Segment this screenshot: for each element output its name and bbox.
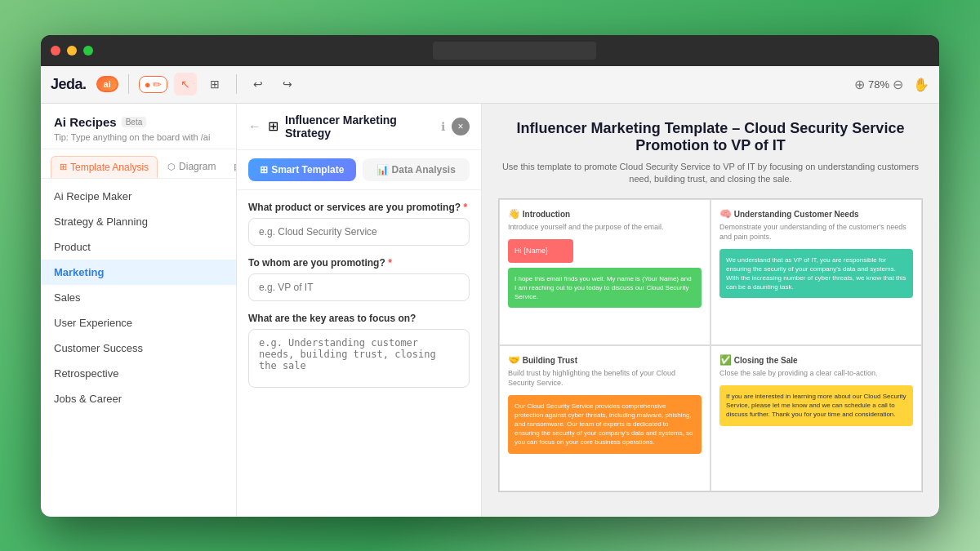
grid-tool-button[interactable]: ⊞	[203, 73, 226, 96]
focus-textarea[interactable]	[248, 329, 470, 388]
product-label: What product or services are you promoti…	[248, 202, 470, 213]
canvas-title: Influencer Marketing Template – Cloud Se…	[498, 120, 923, 154]
back-button[interactable]: ←	[248, 119, 261, 134]
zoom-level[interactable]: 78%	[868, 78, 889, 91]
audience-label: To whom are you promoting? *	[248, 257, 470, 269]
quadrant-understanding-needs: 🧠 Understanding Customer Needs Demonstra…	[710, 199, 922, 345]
building-trust-emoji: 🤝	[508, 354, 520, 366]
quadrant-grid: 👋 Introduction Introduce yourself and th…	[498, 198, 923, 492]
focus-label: What are the key areas to focus on?	[248, 313, 470, 324]
product-form-group: What product or services are you promoti…	[248, 202, 470, 246]
panel-tab-bar: ⊞ Smart Template 📊 Data Analysis	[237, 150, 481, 190]
understanding-needs-sublabel: Demonstrate your understanding of the cu…	[719, 223, 913, 242]
maximize-traffic-light[interactable]	[83, 46, 93, 56]
circle-icon: ●	[145, 78, 151, 91]
zoom-in-icon[interactable]: ⊕	[854, 77, 865, 92]
sidebar-tab-bar: ⊞ Template Analysis ⬡ Diagram ▤ Wirefram…	[41, 149, 236, 179]
introduction-emoji: 👋	[508, 208, 520, 220]
data-analysis-icon: 📊	[376, 164, 389, 176]
sticky-note-trust: Our Cloud Security Service provides comp…	[508, 395, 702, 454]
canvas-content: Influencer Marketing Template – Cloud Se…	[498, 120, 923, 500]
zoom-out-icon[interactable]: ⊖	[893, 77, 903, 92]
draw-tool-group[interactable]: ● ✏	[139, 76, 167, 93]
sidebar-header: Ai Recipes Beta Tip: Type anything on th…	[41, 104, 236, 149]
audience-input[interactable]	[248, 273, 470, 301]
audience-required: *	[388, 257, 392, 269]
tab-diagram-label: Diagram	[179, 161, 216, 172]
redo-button[interactable]: ↪	[276, 73, 299, 96]
select-tool-button[interactable]: ↖	[174, 73, 197, 96]
panel: ← ⊞ Influencer Marketing Strategy ℹ × ⊞ …	[237, 104, 482, 517]
closing-sale-emoji: ✅	[719, 354, 732, 366]
panel-tab-data-analysis-label: Data Analysis	[392, 164, 456, 176]
minimize-traffic-light[interactable]	[67, 46, 77, 56]
panel-tab-smart-template-label: Smart Template	[271, 164, 344, 176]
panel-tab-data-analysis[interactable]: 📊 Data Analysis	[363, 158, 470, 181]
sidebar-item-recipe-maker[interactable]: Ai Recipe Maker	[41, 184, 236, 209]
close-icon: ×	[457, 121, 463, 132]
smart-template-icon: ⊞	[260, 164, 268, 176]
sidebar-item-sales[interactable]: Sales	[41, 285, 236, 310]
pen-icon: ✏	[153, 78, 162, 91]
quadrant-introduction: 👋 Introduction Introduce yourself and th…	[499, 199, 710, 345]
titlebar	[41, 35, 939, 66]
panel-form: What product or services are you promoti…	[237, 190, 481, 399]
sidebar-item-user-experience[interactable]: User Experience	[41, 310, 236, 335]
closing-sale-sublabel: Close the sale by providing a clear call…	[719, 369, 913, 379]
panel-tab-smart-template[interactable]: ⊞ Smart Template	[248, 158, 356, 181]
understanding-needs-emoji: 🧠	[719, 208, 732, 220]
info-icon[interactable]: ℹ	[441, 120, 445, 133]
sidebar-item-strategy-planning[interactable]: Strategy & Planning	[41, 209, 236, 234]
toolbar: Jeda. ai ● ✏ ↖ ⊞ ↩ ↪ ⊕ 78% ⊖ ✋	[41, 66, 939, 104]
tab-wireframe[interactable]: ▤ Wireframe	[225, 156, 237, 178]
panel-icon: ⊞	[268, 118, 278, 134]
sidebar-item-product[interactable]: Product	[41, 234, 236, 260]
building-trust-sublabel: Build trust by highlighting the benefits…	[508, 369, 702, 388]
quadrant-building-trust: 🤝 Building Trust Build trust by highligh…	[499, 345, 710, 491]
zoom-control: ⊕ 78% ⊖ ✋	[854, 77, 929, 92]
close-panel-button[interactable]: ×	[452, 118, 470, 136]
ai-badge: ai	[96, 76, 118, 92]
introduction-sublabel: Introduce yourself and the purpose of th…	[508, 223, 702, 233]
toolbar-divider-1	[128, 74, 129, 94]
close-traffic-light[interactable]	[51, 46, 60, 56]
sidebar-tip: Tip: Type anything on the board with /ai	[54, 132, 223, 142]
building-trust-label: 🤝 Building Trust	[508, 354, 702, 366]
canvas-title-text: Influencer Marketing Template – Cloud Se…	[498, 120, 923, 154]
sidebar-title: Ai Recipes Beta	[54, 115, 223, 129]
panel-title: Influencer Marketing Strategy	[285, 113, 434, 140]
main-area: Ai Recipes Beta Tip: Type anything on th…	[41, 104, 939, 517]
understanding-needs-label: 🧠 Understanding Customer Needs	[719, 208, 913, 220]
beta-badge: Beta	[122, 117, 147, 127]
sticky-note-needs: We understand that as VP of IT, you are …	[719, 249, 913, 299]
canvas-subtitle: Use this template to promote Cloud Secur…	[498, 161, 923, 186]
product-required: *	[463, 202, 467, 213]
product-input[interactable]	[248, 218, 470, 246]
focus-form-group: What are the key areas to focus on?	[248, 313, 470, 388]
sidebar-item-jobs-career[interactable]: Jobs & Career	[41, 386, 236, 411]
diagram-icon: ⬡	[167, 162, 176, 172]
sidebar-item-retrospective[interactable]: Retrospective	[41, 361, 236, 386]
hand-tool-icon[interactable]: ✋	[913, 77, 929, 92]
quadrant-closing-sale: ✅ Closing the Sale Close the sale by pro…	[710, 345, 922, 491]
sidebar-nav: Ai Recipe Maker Strategy & Planning Prod…	[41, 179, 236, 517]
tab-template-analysis-label: Template Analysis	[70, 162, 149, 173]
canvas[interactable]: Influencer Marketing Template – Cloud Se…	[482, 104, 939, 517]
toolbar-divider-2	[236, 74, 237, 94]
tab-template-analysis[interactable]: ⊞ Template Analysis	[51, 156, 158, 178]
closing-sale-label: ✅ Closing the Sale	[719, 354, 913, 366]
panel-header: ← ⊞ Influencer Marketing Strategy ℹ ×	[237, 104, 481, 150]
url-bar[interactable]	[433, 42, 596, 60]
app-window: Jeda. ai ● ✏ ↖ ⊞ ↩ ↪ ⊕ 78% ⊖ ✋ Ai Recipe…	[41, 35, 939, 517]
template-analysis-icon: ⊞	[60, 162, 67, 172]
audience-form-group: To whom are you promoting? *	[248, 257, 470, 301]
sidebar-item-marketing[interactable]: Marketing	[41, 260, 236, 285]
logo: Jeda.	[51, 76, 87, 93]
sidebar-title-text: Ai Recipes	[54, 115, 117, 129]
introduction-label: 👋 Introduction	[508, 208, 702, 220]
sidebar-item-customer-success[interactable]: Customer Success	[41, 335, 236, 361]
tab-diagram[interactable]: ⬡ Diagram	[159, 156, 224, 178]
undo-button[interactable]: ↩	[247, 73, 270, 96]
sticky-note-closing: If you are interested in learning more a…	[719, 385, 913, 426]
introduction-notes: Hi {Name} I hope this email finds you we…	[508, 239, 702, 308]
